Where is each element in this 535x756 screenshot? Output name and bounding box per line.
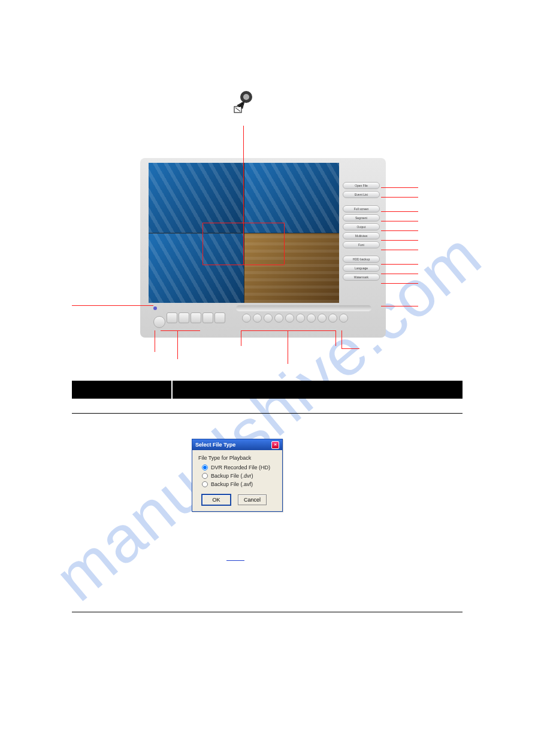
table-col-desc <box>173 381 463 399</box>
radio-label: DVR Recorded File (HD) <box>211 464 270 470</box>
dialog-title-text: Select File Type <box>195 442 235 448</box>
annotation-line <box>381 306 418 306</box>
pause-button[interactable] <box>296 314 305 323</box>
hdd-backup-button[interactable]: HDD backup <box>343 256 380 263</box>
open-file-button[interactable]: Open File <box>343 182 380 189</box>
progress-slider[interactable] <box>236 305 371 311</box>
close-icon[interactable]: × <box>271 441 279 449</box>
annotation-line <box>241 330 335 331</box>
select-file-type-dialog: Select File Type × File Type for Playbac… <box>192 439 283 512</box>
full-screen-button[interactable]: Full screen <box>343 205 380 212</box>
annotation-line <box>177 330 178 359</box>
end-button[interactable] <box>339 314 348 323</box>
table-header-bar <box>72 381 463 399</box>
camera-shortcut-icon <box>231 89 257 115</box>
dvr-player-window: Open File Event List Full screen Segment… <box>140 158 386 338</box>
language-button[interactable]: Language <box>343 265 380 272</box>
radio-label: Backup File (.dvr) <box>211 473 253 479</box>
annotation-line <box>381 274 418 274</box>
annotation-line <box>381 240 418 241</box>
video-grid <box>149 163 339 303</box>
split-9-button[interactable] <box>191 312 201 323</box>
player-sidebar: Open File Event List Full screen Segment… <box>343 182 380 286</box>
annotation-line <box>381 250 418 250</box>
annotation-line <box>243 126 244 265</box>
split-screen-buttons <box>167 312 225 323</box>
radio-input[interactable] <box>202 473 208 479</box>
annotation-line <box>202 223 203 265</box>
table-col-name <box>72 381 173 399</box>
split-4-button[interactable] <box>179 312 189 323</box>
split-1-button[interactable] <box>167 312 177 323</box>
link-underline <box>226 560 244 561</box>
annotation-line <box>381 221 418 221</box>
prev-button[interactable] <box>253 314 262 323</box>
annotation-line <box>288 330 288 364</box>
annotation-line <box>381 283 418 284</box>
font-button[interactable]: Font <box>343 241 380 248</box>
segment-button[interactable]: Segment <box>343 214 380 221</box>
annotation-line <box>241 330 241 346</box>
slow-rev-button[interactable] <box>264 314 273 323</box>
fast-fwd-button[interactable] <box>318 314 327 323</box>
next-button[interactable] <box>328 314 337 323</box>
radio-label: Backup File (.avf) <box>211 481 253 487</box>
annotation-line <box>202 223 284 223</box>
annotation-line <box>202 265 284 265</box>
begin-button[interactable] <box>242 314 251 323</box>
watermark-button[interactable]: Watermark <box>343 274 380 281</box>
separator <box>72 612 463 612</box>
annotation-line <box>155 330 155 352</box>
radio-input[interactable] <box>202 464 208 470</box>
power-button[interactable] <box>153 316 165 328</box>
radio-backup-avf[interactable]: Backup File (.avf) <box>202 481 276 487</box>
annotation-line <box>381 264 418 265</box>
playback-buttons <box>242 314 348 323</box>
video-cell-4[interactable] <box>244 233 340 303</box>
control-bar <box>149 305 377 332</box>
annotation-line <box>72 305 153 306</box>
radio-input[interactable] <box>202 481 208 487</box>
annotation-line <box>381 211 418 212</box>
annotation-line <box>341 348 359 349</box>
play-button[interactable] <box>285 314 294 323</box>
annotation-line <box>381 230 418 231</box>
annotation-line <box>381 197 418 198</box>
rev-button[interactable] <box>274 314 283 323</box>
radio-dvr-recorded[interactable]: DVR Recorded File (HD) <box>202 464 276 470</box>
multiview-button[interactable]: Multiview <box>343 232 380 239</box>
annotation-line <box>341 330 342 348</box>
annotation-line <box>284 223 285 265</box>
cancel-button[interactable]: Cancel <box>238 494 267 505</box>
fwd-button[interactable] <box>307 314 316 323</box>
split-13-button[interactable] <box>202 312 213 323</box>
radio-backup-dvr[interactable]: Backup File (.dvr) <box>202 473 276 479</box>
video-cell-3[interactable] <box>149 233 244 303</box>
split-16-button[interactable] <box>214 312 225 323</box>
ok-button[interactable]: OK <box>202 494 231 505</box>
annotation-line <box>335 330 336 346</box>
output-button[interactable]: Output <box>343 223 380 230</box>
separator <box>72 413 463 414</box>
dialog-titlebar: Select File Type × <box>192 439 282 450</box>
event-list-button[interactable]: Event List <box>343 191 380 198</box>
svg-point-1 <box>243 94 249 100</box>
dialog-group-label: File Type for Playback <box>198 455 276 461</box>
annotation-line <box>381 187 418 188</box>
annotation-line <box>161 330 200 331</box>
